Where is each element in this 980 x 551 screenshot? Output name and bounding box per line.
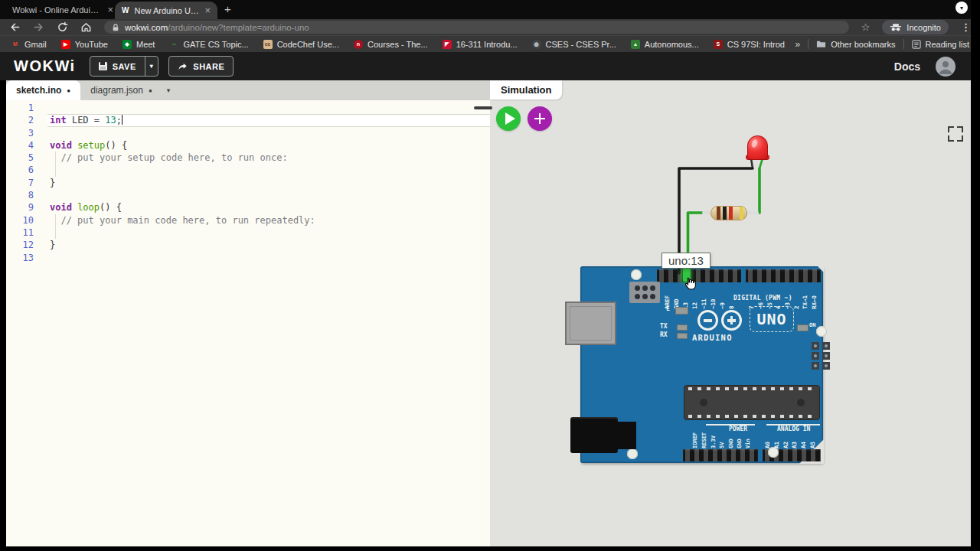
file-tab-diagram-json[interactable]: diagram.json ● [80, 80, 162, 100]
arduino-uno-board[interactable]: AREFGND1312~11~10~987~6~54~32TX→1RX←0 DI… [580, 266, 823, 463]
code-line[interactable]: 10 // put your main code here, to run re… [6, 214, 490, 227]
home-icon[interactable] [80, 21, 92, 33]
bookmark-item[interactable]: ◍CSES - CSES Pr... [532, 40, 616, 49]
bookmark-favicon: ◆ [122, 40, 132, 49]
pin-label-a4: A4 [799, 422, 808, 448]
fullscreen-icon[interactable] [948, 126, 963, 142]
bookmark-item[interactable]: nCourses - The... [354, 40, 428, 49]
simulation-panel: Simulation A [490, 80, 971, 546]
line-number: 5 [6, 152, 34, 164]
file-tab-menu-icon[interactable]: ▾ [162, 80, 175, 100]
code-text: int LED = 13; [50, 114, 122, 126]
share-button[interactable]: SHARE [168, 56, 234, 77]
wokwi-logo[interactable]: WOKWi [14, 57, 76, 75]
split-drag-handle[interactable] [474, 106, 492, 109]
resistor-band-gold [740, 207, 743, 220]
bookmark-favicon: ∞ [169, 40, 178, 49]
bookmark-item[interactable]: ∞GATE CS Topic... [169, 40, 248, 49]
browser-tab-inactive[interactable]: Wokwi - Online Arduino S × [12, 0, 113, 19]
code-line[interactable]: 6 [6, 164, 490, 176]
bookmark-item[interactable]: ▶YouTube [61, 40, 108, 49]
file-tab-sketch-ino[interactable]: sketch.ino ● [6, 80, 80, 100]
code-line[interactable]: 5 // put your setup code here, to run on… [6, 152, 490, 164]
tab-title: New Arduino Uno Projec [134, 6, 199, 15]
bookmarks-overflow-icon[interactable]: » [795, 39, 800, 50]
line-number: 1 [6, 102, 34, 114]
power-header[interactable] [683, 449, 758, 461]
mounting-hole [631, 269, 642, 280]
add-part-button[interactable] [528, 106, 552, 131]
code-line[interactable]: 12} [6, 239, 490, 251]
code-editor[interactable]: 12int LED = 13;34void setup() {5 // put … [6, 100, 490, 546]
reload-icon[interactable] [57, 21, 68, 33]
save-button[interactable]: SAVE ▾ [90, 56, 159, 77]
bookmark-item[interactable]: ▲Autonomous... [631, 40, 699, 49]
red-led[interactable] [747, 135, 768, 162]
browser-menu-icon[interactable]: ⋮ [961, 21, 971, 33]
frame-strip [971, 0, 980, 551]
code-text: } [50, 239, 55, 251]
forward-icon[interactable] [33, 21, 44, 33]
play-button[interactable] [496, 106, 521, 131]
browser-tab-strip: Wokwi - Online Arduino S × W New Arduino… [0, 0, 980, 19]
browser-tab-active[interactable]: W New Arduino Uno Projec × [115, 2, 217, 19]
code-line[interactable]: 3 [6, 127, 490, 139]
digital-header-right[interactable] [746, 269, 821, 282]
bookmark-item[interactable]: ccCodeChef Use... [263, 40, 339, 49]
pin-label-a5: A5 [808, 422, 818, 448]
icsp-header-small[interactable] [629, 282, 660, 303]
code-line[interactable]: 8 [6, 189, 490, 201]
tab-close-icon[interactable]: × [204, 7, 211, 15]
share-label: SHARE [193, 62, 224, 71]
bookmark-label: CodeChef Use... [277, 40, 339, 49]
pin-label-gnd: GND [672, 283, 681, 309]
profile-chevron-icon[interactable]: ▾ [956, 2, 968, 14]
power-jack[interactable] [570, 417, 618, 453]
divider [808, 39, 808, 49]
code-line[interactable]: 2int LED = 13; [6, 114, 490, 126]
tab-close-icon[interactable]: × [107, 6, 113, 14]
icsp-header-main[interactable] [812, 342, 831, 370]
code-line[interactable]: 9void loop() { [6, 201, 490, 214]
bookmark-item[interactable]: ◆Meet [122, 40, 155, 49]
digital-header-left[interactable] [657, 269, 741, 282]
code-line[interactable]: 4void setup() { [6, 139, 490, 152]
simulation-tab[interactable]: Simulation [490, 80, 562, 99]
lock-icon [112, 23, 119, 32]
pin-label-9: ~9 [718, 283, 727, 309]
code-line[interactable]: 13 [6, 252, 490, 264]
new-tab-button[interactable]: + [224, 3, 231, 15]
bookmark-star-icon[interactable]: ☆ [861, 22, 871, 32]
reading-list-button[interactable]: Reading list [912, 40, 969, 49]
usb-connector[interactable] [565, 302, 616, 345]
frame-strip [0, 546, 980, 551]
editor-file-tabs: sketch.ino ● diagram.json ● ▾ [6, 80, 490, 100]
save-menu-button[interactable]: ▾ [145, 57, 158, 76]
incognito-label: Incognito [906, 23, 941, 32]
bookmarks-right: » Other bookmarks Reading list [795, 39, 969, 50]
save-icon [99, 62, 107, 70]
bookmark-item[interactable]: ◤16-311 Introdu... [443, 40, 518, 49]
code-line[interactable]: 11 [6, 227, 490, 239]
incognito-icon [890, 24, 902, 31]
led-bulb [747, 135, 768, 160]
file-tab-label: sketch.ino [16, 85, 61, 96]
bookmark-item[interactable]: SCS 97SI: Introd... [714, 40, 786, 49]
bookmark-favicon: cc [263, 40, 273, 49]
user-avatar[interactable] [936, 57, 956, 77]
bookmarks-list: MGmail▶YouTube◆Meet∞GATE CS Topic...ccCo… [11, 40, 786, 49]
resistor[interactable] [710, 206, 747, 220]
atmega-chip[interactable] [684, 385, 820, 420]
line-number: 8 [6, 189, 34, 201]
bookmark-item[interactable]: MGmail [11, 40, 47, 49]
code-line[interactable]: 1 [6, 102, 490, 114]
code-line[interactable]: 7} [6, 177, 490, 189]
line-number: 6 [6, 164, 34, 176]
line-number: 11 [6, 227, 34, 239]
mounting-hole [627, 448, 638, 459]
back-icon[interactable] [9, 21, 21, 33]
other-bookmarks-button[interactable]: Other bookmarks [816, 40, 895, 49]
bookmark-label: Gmail [24, 40, 47, 49]
address-bar[interactable]: wokwi.com/arduino/new?template=arduino-u… [104, 21, 849, 34]
docs-link[interactable]: Docs [894, 60, 920, 73]
